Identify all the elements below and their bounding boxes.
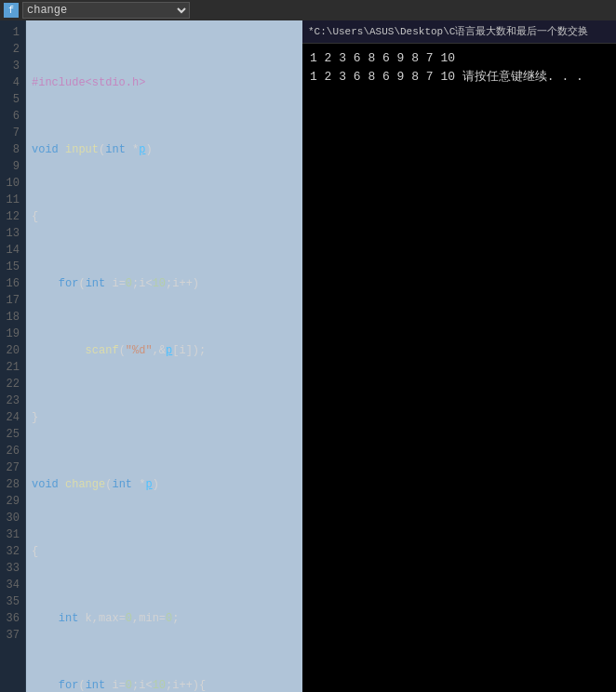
console-line-2: 1 2 3 6 8 6 9 8 7 10 请按任意键继续. . . bbox=[310, 68, 609, 86]
line-num-1: 1 bbox=[4, 24, 20, 41]
line-num-5: 5 bbox=[4, 91, 20, 108]
code-lines[interactable]: #include<stdio.h> void input(int *p) { f… bbox=[26, 20, 218, 692]
line-num-29: 29 bbox=[4, 493, 20, 510]
line-num-33: 33 bbox=[4, 560, 20, 577]
line-num-21: 21 bbox=[4, 359, 20, 376]
line-num-10: 10 bbox=[4, 175, 20, 192]
code-editor: 1 2 3 4 5 6 7 8 9 10 11 12 13 14 15 16 1… bbox=[0, 20, 302, 692]
line-num-11: 11 bbox=[4, 192, 20, 208]
line-num-19: 19 bbox=[4, 326, 20, 342]
code-line-1: #include<stdio.h> bbox=[32, 74, 212, 91]
line-num-15: 15 bbox=[4, 259, 20, 275]
console-title: *C:\Users\ASUS\Desktop\C语言最大数和最后一个数交换 bbox=[302, 20, 616, 44]
line-num-35: 35 bbox=[4, 593, 20, 610]
line-num-17: 17 bbox=[4, 292, 20, 309]
line-num-23: 23 bbox=[4, 393, 20, 409]
code-line-9: int k,max=0,min=0; bbox=[32, 610, 212, 627]
line-num-32: 32 bbox=[4, 543, 20, 560]
line-num-18: 18 bbox=[4, 309, 20, 326]
code-line-7: void change(int *p) bbox=[32, 476, 212, 493]
line-num-28: 28 bbox=[4, 476, 20, 493]
code-line-10: for(int i=0;i<10;i++){ bbox=[32, 677, 212, 692]
line-num-25: 25 bbox=[4, 426, 20, 443]
main-layout: 1 2 3 4 5 6 7 8 9 10 11 12 13 14 15 16 1… bbox=[0, 20, 616, 692]
line-num-36: 36 bbox=[4, 610, 20, 627]
code-line-4: for(int i=0;i<10;i++) bbox=[32, 275, 212, 292]
line-numbers: 1 2 3 4 5 6 7 8 9 10 11 12 13 14 15 16 1… bbox=[0, 20, 26, 692]
file-icon: f bbox=[4, 3, 19, 18]
line-num-22: 22 bbox=[4, 376, 20, 393]
line-num-6: 6 bbox=[4, 108, 20, 125]
line-num-12: 12 bbox=[4, 208, 20, 225]
line-num-4: 4 bbox=[4, 74, 20, 91]
function-dropdown[interactable]: change bbox=[22, 2, 190, 19]
line-num-3: 3 bbox=[4, 58, 20, 74]
line-num-24: 24 bbox=[4, 409, 20, 426]
line-num-31: 31 bbox=[4, 526, 20, 543]
console-line-1: 1 2 3 6 8 6 9 8 7 10 bbox=[310, 49, 609, 68]
line-num-37: 37 bbox=[4, 627, 20, 644]
line-num-13: 13 bbox=[4, 225, 20, 242]
line-num-20: 20 bbox=[4, 342, 20, 359]
line-num-14: 14 bbox=[4, 242, 20, 259]
line-num-34: 34 bbox=[4, 577, 20, 593]
code-line-5: scanf("%d",&p[i]); bbox=[32, 342, 212, 359]
line-num-7: 7 bbox=[4, 125, 20, 141]
line-num-9: 9 bbox=[4, 158, 20, 175]
toolbar: f change bbox=[0, 0, 616, 20]
line-num-2: 2 bbox=[4, 41, 20, 58]
line-num-30: 30 bbox=[4, 510, 20, 526]
code-content: 1 2 3 4 5 6 7 8 9 10 11 12 13 14 15 16 1… bbox=[0, 20, 302, 692]
line-num-8: 8 bbox=[4, 141, 20, 158]
line-num-27: 27 bbox=[4, 459, 20, 476]
code-line-2: void input(int *p) bbox=[32, 141, 212, 158]
console-output: 1 2 3 6 8 6 9 8 7 10 1 2 3 6 8 6 9 8 7 1… bbox=[310, 49, 609, 86]
code-line-6: } bbox=[32, 409, 212, 426]
code-line-3: { bbox=[32, 208, 212, 225]
console-panel: *C:\Users\ASUS\Desktop\C语言最大数和最后一个数交换 1 … bbox=[302, 20, 616, 692]
line-num-26: 26 bbox=[4, 443, 20, 459]
line-num-16: 16 bbox=[4, 275, 20, 292]
code-line-8: { bbox=[32, 543, 212, 560]
